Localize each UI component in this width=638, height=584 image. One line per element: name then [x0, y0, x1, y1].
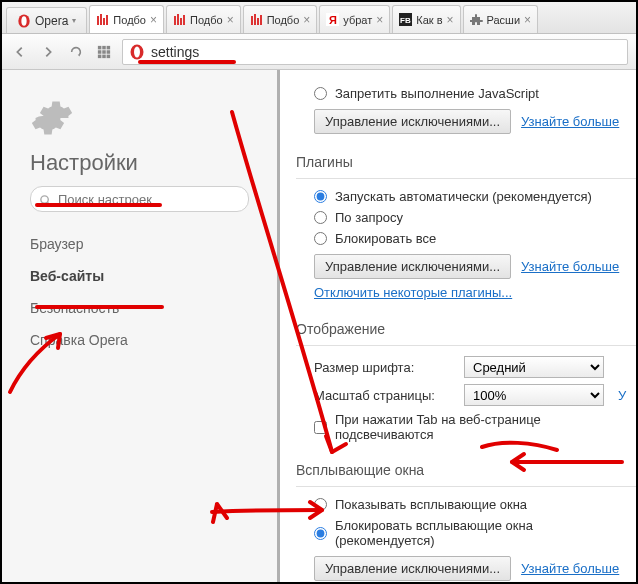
fb-icon: FB — [399, 13, 412, 26]
js-learn-link[interactable]: Узнайте больше — [521, 114, 619, 129]
svg-rect-3 — [100, 14, 102, 25]
tab-label: Подбо — [113, 14, 146, 26]
tab-0[interactable]: Подбо × — [89, 5, 164, 33]
settings-search[interactable] — [30, 186, 249, 212]
speed-dial-button[interactable] — [94, 42, 114, 62]
bars-icon — [96, 13, 109, 26]
settings-sidebar: Настройки Браузер Веб-сайты Безопасность… — [2, 70, 280, 582]
svg-rect-23 — [107, 50, 111, 54]
svg-rect-12 — [257, 18, 259, 25]
opera-logo-icon — [17, 14, 31, 28]
plugins-ondemand-radio[interactable] — [314, 211, 327, 224]
svg-rect-19 — [102, 45, 106, 49]
tab-highlight-checkbox[interactable] — [314, 421, 327, 434]
yandex-icon: Я — [326, 13, 339, 26]
close-icon[interactable]: × — [376, 13, 383, 27]
sidebar-item-security[interactable]: Безопасность — [30, 292, 249, 324]
tab-label: Расши — [487, 14, 521, 26]
svg-rect-9 — [183, 15, 185, 25]
js-deny-label: Запретить выполнение JavaScript — [335, 86, 539, 101]
sidebar-item-help[interactable]: Справка Opera — [30, 324, 249, 356]
zoom-learn-link[interactable]: У — [618, 388, 626, 403]
svg-rect-21 — [98, 50, 102, 54]
plugins-exceptions-button[interactable]: Управление исключениями... — [314, 254, 511, 279]
svg-point-29 — [41, 195, 48, 202]
plugins-learn-link[interactable]: Узнайте больше — [521, 259, 619, 274]
svg-point-1 — [21, 16, 26, 26]
reload-button[interactable] — [66, 42, 86, 62]
fontsize-select[interactable]: Средний — [464, 356, 604, 378]
tab-3[interactable]: Я убрат × — [319, 5, 390, 33]
svg-rect-22 — [102, 50, 106, 54]
js-deny-radio[interactable] — [314, 87, 327, 100]
svg-line-30 — [47, 202, 51, 206]
popups-show-radio[interactable] — [314, 498, 327, 511]
svg-text:Я: Я — [329, 14, 337, 26]
plugins-disable-link[interactable]: Отключить некоторые плагины... — [314, 285, 512, 300]
close-icon[interactable]: × — [524, 13, 531, 27]
svg-rect-5 — [106, 15, 108, 25]
bars-icon — [250, 13, 263, 26]
popups-learn-link[interactable]: Узнайте больше — [521, 561, 619, 576]
plugins-auto-label: Запускать автоматически (рекомендуется) — [335, 189, 592, 204]
settings-title: Настройки — [30, 150, 249, 176]
back-button[interactable] — [10, 42, 30, 62]
close-icon[interactable]: × — [227, 13, 234, 27]
tab-highlight-label: При нажатии Tab на веб-странице подсвечи… — [335, 412, 636, 442]
js-exceptions-button[interactable]: Управление исключениями... — [314, 109, 511, 134]
svg-text:FB: FB — [400, 16, 411, 25]
address-input[interactable] — [151, 44, 621, 60]
plugins-block-label: Блокировать все — [335, 231, 436, 246]
tab-label: убрат — [343, 14, 372, 26]
close-icon[interactable]: × — [303, 13, 310, 27]
svg-rect-11 — [254, 14, 256, 25]
svg-rect-26 — [107, 54, 111, 58]
popups-show-label: Показывать всплывающие окна — [335, 497, 527, 512]
svg-rect-6 — [174, 16, 176, 25]
svg-rect-4 — [103, 18, 105, 25]
svg-rect-24 — [98, 54, 102, 58]
sidebar-item-websites[interactable]: Веб-сайты — [30, 260, 249, 292]
svg-rect-2 — [97, 16, 99, 25]
opera-logo-icon — [129, 44, 145, 60]
fontsize-label: Размер шрифта: — [314, 360, 454, 375]
gear-icon — [30, 96, 74, 140]
plugins-auto-radio[interactable] — [314, 190, 327, 203]
toolbar — [2, 34, 636, 70]
tab-4[interactable]: FB Как в × — [392, 5, 460, 33]
svg-rect-20 — [107, 45, 111, 49]
svg-point-28 — [134, 46, 140, 57]
dropdown-icon: ▾ — [72, 16, 76, 25]
svg-rect-8 — [180, 18, 182, 25]
tab-label: Как в — [416, 14, 442, 26]
popups-title: Всплывающие окна — [296, 454, 636, 487]
puzzle-icon — [470, 13, 483, 26]
zoom-select[interactable]: 100% — [464, 384, 604, 406]
svg-rect-18 — [98, 45, 102, 49]
bars-icon — [173, 13, 186, 26]
svg-rect-10 — [251, 16, 253, 25]
opera-menu-button[interactable]: Opera ▾ — [6, 7, 87, 33]
display-title: Отображение — [296, 313, 636, 346]
zoom-label: Масштаб страницы: — [314, 388, 454, 403]
svg-rect-25 — [102, 54, 106, 58]
svg-rect-7 — [177, 14, 179, 25]
tab-label: Подбо — [190, 14, 223, 26]
address-bar[interactable] — [122, 39, 628, 65]
popups-block-radio[interactable] — [314, 527, 327, 540]
plugins-ondemand-label: По запросу — [335, 210, 403, 225]
popups-block-label: Блокировать всплывающие окна (рекомендуе… — [335, 518, 636, 548]
close-icon[interactable]: × — [447, 13, 454, 27]
popups-exceptions-button[interactable]: Управление исключениями... — [314, 556, 511, 581]
tab-2[interactable]: Подбо × — [243, 5, 318, 33]
close-icon[interactable]: × — [150, 13, 157, 27]
tab-5[interactable]: Расши × — [463, 5, 539, 33]
svg-rect-13 — [260, 15, 262, 25]
tab-1[interactable]: Подбо × — [166, 5, 241, 33]
plugins-block-radio[interactable] — [314, 232, 327, 245]
sidebar-item-browser[interactable]: Браузер — [30, 228, 249, 260]
plugins-title: Плагины — [296, 146, 636, 179]
opera-menu-label: Opera — [35, 14, 68, 28]
forward-button[interactable] — [38, 42, 58, 62]
settings-search-input[interactable] — [58, 192, 240, 207]
